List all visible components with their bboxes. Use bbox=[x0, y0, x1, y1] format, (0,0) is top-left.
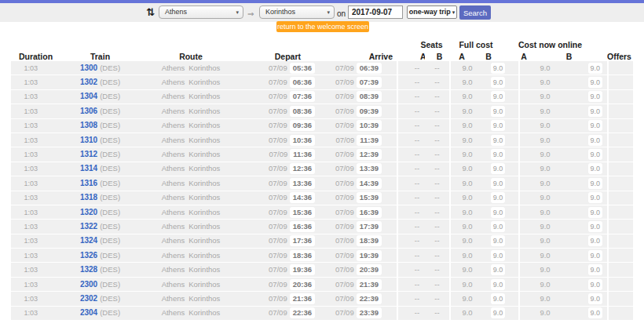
duration-cell: 1:03 bbox=[11, 234, 60, 249]
train-number-link[interactable]: 1318 bbox=[80, 193, 97, 202]
offers-cell bbox=[607, 307, 633, 321]
arrive-cell: 07/0912:39 bbox=[317, 147, 397, 162]
offers-cell bbox=[607, 234, 633, 249]
trip-type-value: one-way trip bbox=[409, 8, 451, 16]
train-number-link[interactable]: 1300 bbox=[80, 64, 97, 72]
train-number-link[interactable]: 2302 bbox=[80, 294, 97, 303]
offers-cell bbox=[607, 119, 633, 133]
full-cost-b-cell: 9.0 bbox=[484, 205, 518, 220]
full-cost-b-badge: 9.0 bbox=[491, 120, 506, 131]
online-b-badge: 9.0 bbox=[588, 192, 603, 203]
full-cost-b-badge: 9.0 bbox=[491, 221, 506, 232]
train-type-label: (DES) bbox=[100, 121, 120, 129]
online-b-cell: 9.0 bbox=[562, 104, 607, 118]
online-b-cell: 9.0 bbox=[562, 234, 607, 249]
depart-cell: 07/0920:36 bbox=[242, 278, 317, 292]
arrive-cell: 07/0923:39 bbox=[317, 307, 397, 321]
train-number-link[interactable]: 1320 bbox=[80, 208, 97, 216]
route-cell: AthensKorinthos bbox=[140, 104, 242, 118]
full-cost-b-cell: 9.0 bbox=[484, 263, 518, 277]
arrive-date: 07/09 bbox=[335, 208, 354, 216]
seats-b-cell: -- bbox=[425, 104, 449, 118]
depart-date: 07/09 bbox=[269, 107, 287, 115]
arrive-time-badge: 06:39 bbox=[357, 63, 382, 74]
train-cell: 2300(DES) bbox=[60, 278, 140, 292]
full-cost-b-column-header: B bbox=[484, 49, 518, 61]
seats-a-cell: -- bbox=[397, 133, 425, 147]
online-b-badge: 9.0 bbox=[588, 207, 603, 218]
date-input[interactable] bbox=[348, 5, 403, 19]
depart-cell: 07/0910:36 bbox=[242, 133, 317, 147]
route-from: Athens bbox=[162, 208, 185, 216]
train-number-link[interactable]: 1304 bbox=[80, 92, 97, 100]
origin-select[interactable]: Athens ▾ bbox=[159, 5, 243, 19]
arrive-cell: 07/0918:39 bbox=[317, 234, 397, 249]
route-to: Korinthos bbox=[188, 251, 220, 260]
arrive-date: 07/09 bbox=[335, 308, 354, 317]
route-cell: AthensKorinthos bbox=[140, 234, 242, 249]
depart-date: 07/09 bbox=[269, 121, 287, 129]
depart-cell: 07/0905:36 bbox=[242, 61, 317, 75]
train-number-link[interactable]: 2300 bbox=[80, 280, 97, 289]
online-b-badge: 9.0 bbox=[588, 163, 603, 174]
train-number-link[interactable]: 1324 bbox=[80, 236, 97, 245]
depart-date: 07/09 bbox=[269, 251, 287, 260]
train-number-link[interactable]: 2304 bbox=[80, 308, 97, 317]
train-number-link[interactable]: 1312 bbox=[80, 150, 97, 158]
depart-cell: 07/0914:36 bbox=[242, 191, 317, 205]
destination-select[interactable]: Korinthos ▾ bbox=[259, 5, 335, 19]
train-cell: 1320(DES) bbox=[60, 205, 140, 220]
train-number-link[interactable]: 1328 bbox=[80, 265, 97, 274]
route-cell: AthensKorinthos bbox=[140, 176, 242, 191]
depart-cell: 07/0913:36 bbox=[242, 176, 317, 191]
arrive-cell: 07/0907:39 bbox=[317, 75, 397, 89]
arrive-time-badge: 08:39 bbox=[357, 91, 382, 102]
table-row: 1:031302(DES)AthensKorinthos07/0906:3607… bbox=[11, 75, 633, 89]
arrive-date: 07/09 bbox=[335, 236, 354, 245]
depart-date: 07/09 bbox=[269, 64, 287, 72]
arrive-cell: 07/0909:39 bbox=[317, 104, 397, 118]
online-a-cell: 9.0 bbox=[518, 133, 562, 147]
train-type-label: (DES) bbox=[100, 251, 120, 260]
train-number-link[interactable]: 1306 bbox=[80, 107, 97, 115]
full-cost-a-cell: 9.0 bbox=[449, 119, 484, 133]
route-from: Athens bbox=[162, 251, 185, 260]
train-number-link[interactable]: 1322 bbox=[80, 222, 97, 231]
train-cell: 1318(DES) bbox=[60, 191, 140, 205]
full-cost-b-cell: 9.0 bbox=[484, 307, 518, 321]
duration-cell: 1:03 bbox=[11, 90, 60, 104]
route-from: Athens bbox=[162, 294, 185, 303]
depart-date: 07/09 bbox=[269, 280, 287, 289]
full-cost-b-badge: 9.0 bbox=[491, 149, 506, 160]
route-to: Korinthos bbox=[188, 136, 220, 144]
search-button[interactable]: Search bbox=[459, 5, 491, 20]
route-to: Korinthos bbox=[188, 179, 220, 187]
train-number-link[interactable]: 1314 bbox=[80, 164, 97, 173]
train-number-link[interactable]: 1308 bbox=[80, 121, 97, 129]
full-cost-group-header: Full cost bbox=[449, 38, 518, 49]
swap-direction-icon[interactable]: ⇅ bbox=[146, 6, 155, 19]
arrive-date: 07/09 bbox=[335, 294, 354, 303]
offers-cell bbox=[607, 61, 633, 75]
train-number-link[interactable]: 1316 bbox=[80, 179, 97, 187]
group-header-row: Seats Full cost Cost now online bbox=[11, 38, 633, 49]
depart-cell: 07/0916:36 bbox=[242, 220, 317, 234]
depart-cell: 07/0918:36 bbox=[242, 249, 317, 263]
depart-time-badge: 21:36 bbox=[290, 293, 315, 304]
train-number-link[interactable]: 1326 bbox=[80, 251, 97, 260]
train-number-link[interactable]: 1310 bbox=[80, 136, 97, 144]
full-cost-b-cell: 9.0 bbox=[484, 162, 518, 176]
online-a-cell: 9.0 bbox=[518, 263, 562, 277]
column-header-row: Duration Train Route Depart Arrive A B A… bbox=[11, 49, 633, 61]
online-b-cell: 9.0 bbox=[562, 263, 607, 277]
full-cost-b-badge: 9.0 bbox=[491, 77, 506, 88]
train-number-link[interactable]: 1302 bbox=[80, 78, 97, 86]
full-cost-b-cell: 9.0 bbox=[484, 249, 518, 263]
arrive-time-badge: 16:39 bbox=[357, 207, 382, 218]
duration-cell: 1:03 bbox=[11, 220, 60, 234]
trip-type-select[interactable]: one-way trip▾ bbox=[407, 5, 457, 19]
arrive-date: 07/09 bbox=[335, 265, 354, 274]
depart-date: 07/09 bbox=[269, 179, 287, 187]
return-welcome-button[interactable]: return to the welcome screen bbox=[276, 21, 369, 32]
train-cell: 1310(DES) bbox=[60, 133, 140, 147]
